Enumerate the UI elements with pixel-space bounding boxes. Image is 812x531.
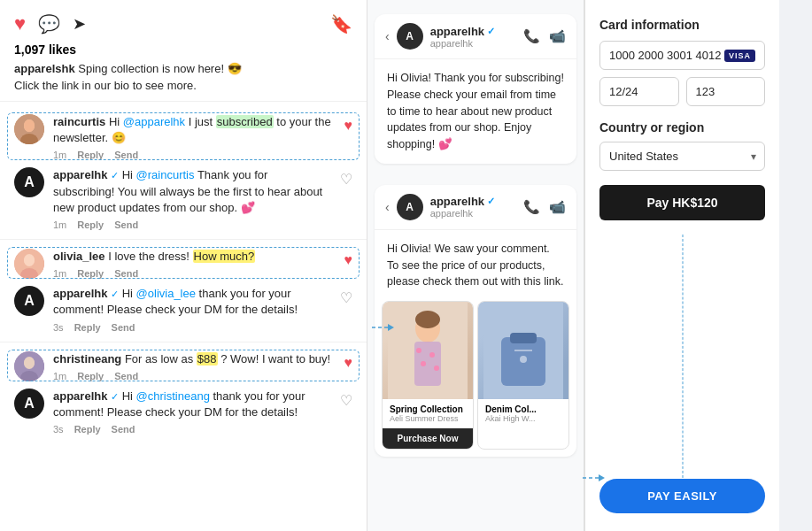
country-section-title: Country or region — [599, 120, 765, 135]
mention-raincurtis[interactable]: @raincurtis — [136, 168, 195, 181]
chat-header-icons-2: 📞 📹 — [523, 199, 566, 215]
comment-time-6: 3s — [53, 424, 64, 435]
product-card-footer-2: Denim Col... Akai High W... — [478, 399, 568, 428]
heart-action-icon[interactable]: ♥ — [14, 12, 26, 35]
comment-text-before: Hi — [109, 115, 123, 128]
send-button-apparelhk-2[interactable]: Send — [112, 322, 135, 333]
reply-button-apparelhk-2[interactable]: Reply — [74, 322, 101, 333]
chat-avatar-1: A — [397, 23, 423, 50]
comment-actions-olivia: 1m Reply Send — [53, 268, 336, 279]
heart-icon-apparelhk-1[interactable]: ♡ — [340, 167, 352, 188]
comment-content-apparelhk-3: apparelhk ✓ Hi @christineang thank you f… — [53, 389, 331, 435]
back-arrow-2[interactable]: ‹ — [385, 200, 390, 214]
verified-badge-2: ✓ — [111, 289, 119, 299]
heart-icon-raincurtis[interactable]: ♥ — [344, 114, 353, 134]
send-button-apparelhk-3[interactable]: Send — [112, 424, 135, 435]
comments-list: raincurtis Hi @apparelhk I just subscrib… — [0, 102, 367, 531]
reply-button-raincurtis[interactable]: Reply — [77, 150, 104, 160]
svg-point-17 — [421, 361, 426, 366]
video-icon-1[interactable]: 📹 — [549, 28, 566, 44]
post-username: apparelshk — [14, 62, 75, 75]
heart-icon-apparelhk-2[interactable]: ♡ — [340, 286, 352, 306]
pay-easily-area: ▲ PAY EASILY — [599, 235, 765, 513]
denim-image — [478, 302, 568, 399]
chat-product-images: Spring Collection Aeli Summer Dress Purc… — [375, 301, 576, 457]
heart-icon-apparelhk-3[interactable]: ♡ — [340, 389, 352, 409]
chat-sub-2: apparelhk — [430, 208, 516, 219]
back-arrow-1[interactable]: ‹ — [385, 29, 390, 43]
product-image-1: Spring Collection Aeli Summer Dress Purc… — [382, 301, 474, 450]
heart-icon-christineang[interactable]: ♥ — [344, 351, 353, 371]
product-title-2: Denim Col... — [485, 404, 561, 414]
comment-text-apparelhk-3: apparelhk ✓ Hi @christineang thank you f… — [53, 389, 331, 420]
svg-point-11 — [24, 358, 35, 368]
heart-icon-olivia[interactable]: ♥ — [344, 249, 353, 268]
svg-point-15 — [416, 348, 421, 353]
comment-actions-apparelhk-2: 3s Reply Send — [53, 322, 331, 333]
comment-content-apparelhk-2: apparelhk ✓ Hi @olivia_lee thank you for… — [53, 286, 331, 332]
apparelhk-username-1: apparelhk — [53, 168, 107, 181]
phone-icon-1[interactable]: 📞 — [523, 28, 540, 44]
card-row: 12/24 123 — [599, 77, 765, 106]
comment-group-apparelhk-1: A apparelhk ✓ Hi @raincurtis Thank you f… — [0, 164, 367, 235]
payment-panel: Card information 1000 2000 3001 4012 VIS… — [584, 0, 779, 531]
card-number-text: 1000 2000 3001 4012 — [609, 49, 722, 62]
send-button-christineang[interactable]: Send — [114, 371, 138, 381]
cvc-field[interactable]: 123 — [686, 77, 766, 106]
product-title-1: Spring Collection — [390, 404, 466, 414]
instagram-comments-panel: ♥ 💬 ➤ 🔖 1,097 likes apparelshk Sping col… — [0, 0, 367, 531]
mention-olivia[interactable]: @olivia_lee — [136, 287, 196, 300]
country-select[interactable]: United States United Kingdom Hong Kong — [599, 142, 765, 171]
comment-row-apparelhk-3: A apparelhk ✓ Hi @christineang thank you… — [14, 389, 352, 435]
product-sub-2: Akai High W... — [485, 414, 561, 423]
visa-badge: VISA — [724, 50, 755, 62]
mention-christineang[interactable]: @christineang — [136, 389, 210, 403]
pay-button[interactable]: Pay HK$120 — [599, 185, 765, 220]
bookmark-icon[interactable]: 🔖 — [330, 13, 352, 35]
country-section: Country or region United States United K… — [599, 120, 765, 171]
comment-text-olivia: olivia_lee I love the dress! How much? — [53, 249, 336, 265]
highlight-subscribed: subscribed — [216, 115, 274, 128]
send-button-raincurtis[interactable]: Send — [114, 150, 138, 160]
chat-header-1: ‹ A apparelhk ✓ apparelhk 📞 📹 — [375, 14, 576, 59]
comment-row-apparelhk-1: A apparelhk ✓ Hi @raincurtis Thank you f… — [14, 167, 352, 230]
comment-group-apparelhk-3: A apparelhk ✓ Hi @christineang thank you… — [0, 385, 367, 440]
chat-username-2: apparelhk — [430, 195, 484, 208]
reply-text-1: Hi — [122, 168, 136, 181]
comment-time-5: 1m — [53, 371, 66, 381]
reply-text-2-pre: Hi — [122, 287, 136, 300]
comment-text-raincurtis: raincurtis Hi @apparelhk I just subscrib… — [53, 114, 336, 146]
highlight-howmuch: How much? — [193, 250, 256, 263]
reply-button-apparelhk-1[interactable]: Reply — [77, 219, 104, 230]
expiry-field[interactable]: 12/24 — [599, 77, 679, 106]
post-actions: ♥ 💬 ➤ 🔖 — [14, 12, 352, 35]
comment-actions-raincurtis: 1m Reply Send — [53, 150, 336, 160]
video-icon-2[interactable]: 📹 — [549, 199, 566, 215]
reply-text-3-pre: Hi — [122, 389, 136, 403]
chat-header-2: ‹ A apparelhk ✓ apparelhk 📞 📹 — [375, 185, 576, 230]
chat-header-name-2: apparelhk ✓ — [430, 195, 516, 208]
mention-apparelhk[interactable]: @apparelhk — [123, 115, 185, 128]
comment-action-icon[interactable]: 💬 — [38, 13, 60, 35]
pay-easily-button[interactable]: PAY EASILY — [599, 479, 765, 513]
reply-button-olivia[interactable]: Reply — [77, 268, 104, 279]
chat-header-info-1: apparelhk ✓ apparelhk — [430, 25, 516, 49]
comment-group-raincurtis: raincurtis Hi @apparelhk I just subscrib… — [0, 109, 367, 164]
comment-group-olivia: olivia_lee I love the dress! How much? 1… — [0, 243, 367, 282]
post-subcaption: Click the link in our bio to see more. — [14, 79, 352, 92]
comment-text-apparelhk-1: apparelhk ✓ Hi @raincurtis Thank you for… — [53, 167, 331, 216]
avatar-raincurtis — [14, 114, 44, 144]
chat-message-2: Hi Olivia! We saw your comment. To see t… — [375, 230, 576, 301]
reply-button-apparelhk-3[interactable]: Reply — [74, 424, 101, 435]
purchase-button-1[interactable]: Purchase Now — [383, 428, 473, 449]
share-action-icon[interactable]: ➤ — [73, 14, 86, 34]
reply-button-christineang[interactable]: Reply — [77, 371, 104, 381]
post-caption-main: Sping collection is now here! 😎 — [78, 62, 241, 75]
phone-icon-2[interactable]: 📞 — [523, 199, 540, 215]
send-button-olivia[interactable]: Send — [114, 268, 138, 279]
chat-verified-2: ✓ — [487, 196, 495, 207]
card-number-field[interactable]: 1000 2000 3001 4012 VISA — [599, 41, 765, 70]
send-button-apparelhk-1[interactable]: Send — [114, 219, 138, 230]
comment-time-1: 1m — [53, 150, 66, 160]
avatar-apparelhk-2: A — [14, 286, 44, 316]
